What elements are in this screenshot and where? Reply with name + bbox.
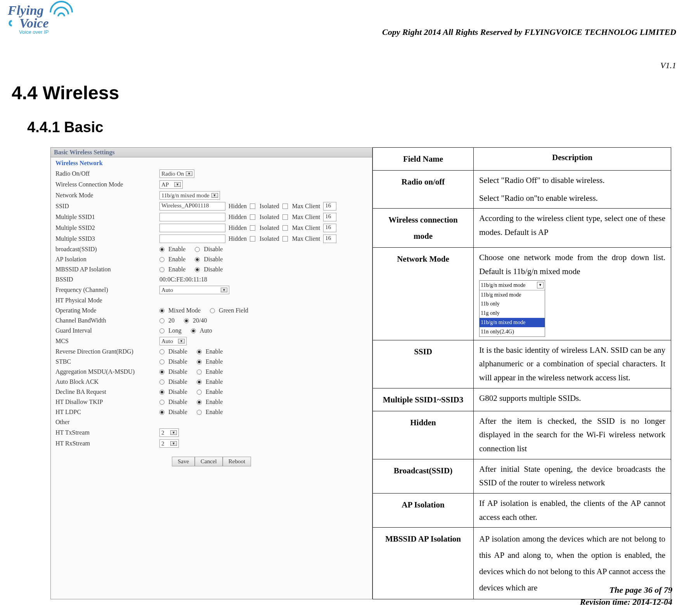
logo: Flying Voice Voice over IP: [8, 4, 73, 35]
label-hidden: Hidden: [229, 203, 247, 210]
nmode-dropdown-image: 11b/g/n mixed mode▼ 11b/g mixed mode 11b…: [479, 280, 545, 337]
th-description: Description: [474, 148, 671, 171]
bcast-enable[interactable]: [159, 247, 165, 252]
row-ssid-desc: It is the basic identity of wireless LAN…: [474, 340, 671, 388]
footer-rev: Revision time: 2014-12-04: [580, 596, 672, 608]
label-rdg: Reverse Direction Grant(RDG): [55, 348, 156, 355]
label-m2: Multiple SSID2: [55, 224, 156, 231]
row-hidden-desc: After the item is checked, the SSID is n…: [474, 411, 671, 459]
label-opmode: Operating Mode: [55, 307, 156, 314]
m3-input[interactable]: [159, 235, 225, 243]
ssid-input[interactable]: Wireless_AP001118: [159, 202, 225, 211]
logo-tagline: Voice over IP: [8, 29, 49, 35]
label-stbc: STBC: [55, 358, 156, 365]
wcm-select[interactable]: AP▼: [159, 180, 183, 189]
row-wcm-name: Wireless connection mode: [373, 209, 474, 248]
logo-line1: Flying: [8, 3, 44, 17]
section-heading: Wireless Network: [51, 157, 372, 168]
freq-select[interactable]: Auto▼: [159, 286, 229, 294]
label-isolated: Isolated: [260, 203, 279, 210]
row-mssid-desc: G802 supports multiple SSIDs.: [474, 388, 671, 411]
label-bssid: BSSID: [55, 276, 156, 283]
reboot-button[interactable]: Reboot: [223, 457, 251, 466]
label-htphy: HT Physical Mode: [55, 297, 156, 304]
row-apiso-desc: If AP isolation is enabled, the clients …: [474, 493, 671, 528]
heading-4-4: 4.4 Wireless: [12, 82, 672, 104]
radio-select[interactable]: Radio On▼: [159, 169, 194, 178]
label-bcast: broadcast(SSID): [55, 246, 156, 253]
label-nmode: Network Mode: [55, 192, 156, 199]
label-aback: Auto Block ACK: [55, 378, 156, 385]
htrx-select[interactable]: 2▼: [159, 439, 179, 448]
th-field-name: Field Name: [373, 148, 474, 171]
row-nmode-name: Network Mode: [373, 248, 474, 340]
maxclient-input[interactable]: 16: [323, 202, 336, 211]
httx-select[interactable]: 2▼: [159, 428, 179, 437]
copyright-line: Copy Right 2014 All Rights Reserved by F…: [382, 27, 676, 37]
label-htrx: HT RxStream: [55, 440, 156, 447]
label-cbw: Channel BandWidth: [55, 317, 156, 324]
row-mbssid-name: MBSSID AP Isolation: [373, 528, 474, 599]
label-gi: Guard Interval: [55, 327, 156, 334]
label-m1: Multiple SSID1: [55, 214, 156, 221]
label-amsdu: Aggregation MSDU(A-MSDU): [55, 368, 156, 375]
row-radio-desc1: Select "Radio Off" to disable wireless.: [479, 174, 665, 188]
m1-input[interactable]: [159, 213, 225, 221]
isolated-check[interactable]: [282, 204, 288, 209]
row-radio-name: Radio on/off: [373, 171, 474, 209]
label-freq: Frequency (Channel): [55, 286, 156, 293]
heading-4-4-1: 4.4.1 Basic: [27, 119, 672, 136]
save-button[interactable]: Save: [172, 457, 195, 466]
label-httx: HT TxStream: [55, 429, 156, 436]
row-apiso-name: AP Isolation: [373, 493, 474, 528]
label-ssid: SSID: [55, 203, 156, 210]
label-mbssid: MBSSID AP Isolation: [55, 266, 156, 273]
version-line: V1.1: [382, 60, 676, 71]
settings-screenshot: Basic Wireless Settings Wireless Network…: [50, 147, 372, 599]
row-radio-desc2: Select "Radio on"to enable wireless.: [479, 192, 665, 205]
nmode-select[interactable]: 11b/g/n mixed mode▼: [159, 191, 220, 200]
label-htdtkip: HT Disallow TKIP: [55, 399, 156, 405]
label-other: Other: [55, 419, 156, 426]
row-bcast-name: Broadcast(SSID): [373, 459, 474, 493]
hidden-check[interactable]: [250, 204, 255, 209]
label-htldpc: HT LDPC: [55, 409, 156, 416]
logo-line2: Voice: [19, 16, 49, 30]
row-ssid-name: SSID: [373, 340, 474, 388]
m2-input[interactable]: [159, 224, 225, 232]
label-mcs: MCS: [55, 338, 156, 345]
label-radio: Radio On/Off: [55, 170, 156, 177]
footer-page: The page 36 of 79: [580, 584, 672, 596]
label-wcm: Wireless Connection Mode: [55, 181, 156, 188]
cancel-button[interactable]: Cancel: [195, 457, 223, 466]
row-nmode-desc: Choose one network mode from the drop do…: [479, 253, 665, 276]
row-hidden-name: Hidden: [373, 411, 474, 459]
mcs-select[interactable]: Auto▼: [159, 337, 187, 345]
label-m3: Multiple SSID3: [55, 235, 156, 242]
row-wcm-desc: According to the wireless client type, s…: [474, 209, 671, 248]
description-table: Field Name Description Radio on/off Sele…: [372, 147, 671, 599]
row-mssid-name: Multiple SSID1~SSID3: [373, 388, 474, 411]
label-max-client: Max Client: [292, 203, 320, 210]
bcast-disable[interactable]: [195, 247, 200, 252]
label-apiso: AP Isolation: [55, 256, 156, 263]
label-dba: Decline BA Request: [55, 388, 156, 395]
bssid-value: 00:0C:FE:00:11:18: [159, 276, 207, 283]
row-bcast-desc: After initial State opening, the device …: [474, 459, 671, 493]
panel-title: Basic Wireless Settings: [51, 148, 372, 157]
